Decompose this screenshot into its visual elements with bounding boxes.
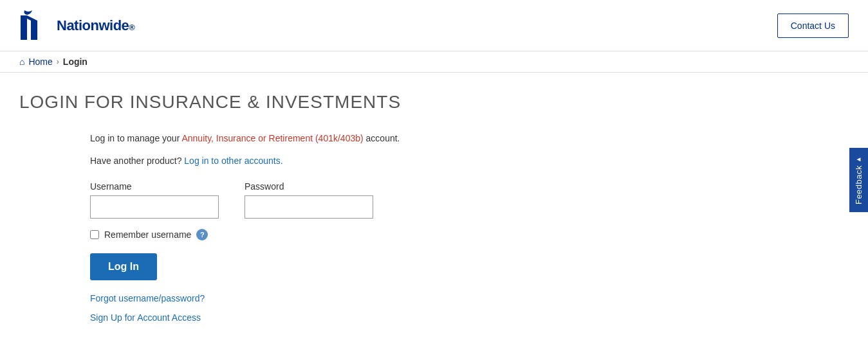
breadcrumb-separator: ›: [57, 57, 59, 66]
svg-rect-0: [21, 15, 27, 40]
breadcrumb: ⌂ Home › Login: [0, 51, 868, 73]
username-input[interactable]: [90, 195, 219, 219]
contact-us-button[interactable]: Contact Us: [777, 14, 849, 38]
feedback-arrow-icon: ◄: [856, 156, 862, 163]
header: Nationwide® Contact Us: [0, 0, 868, 51]
username-label: Username: [90, 181, 219, 192]
intro-before: Log in to manage your: [90, 133, 181, 143]
breadcrumb-current: Login: [63, 57, 88, 67]
intro-after: account.: [364, 133, 400, 143]
annuity-insurance-link[interactable]: Annuity, Insurance or Retirement (401k/4…: [181, 133, 363, 143]
nationwide-logo-icon: [19, 9, 50, 42]
login-button[interactable]: Log In: [90, 253, 157, 280]
remember-label: Remember username: [104, 230, 191, 240]
page-title: LOGIN FOR INSURANCE & INVESTMENTS: [19, 92, 849, 113]
username-group: Username: [90, 181, 219, 219]
intro-text: Log in to manage your Annuity, Insurance…: [90, 132, 849, 145]
password-input[interactable]: [245, 195, 373, 219]
help-icon[interactable]: ?: [196, 229, 208, 240]
other-accounts-before: Have another product?: [90, 156, 184, 166]
logo-area: Nationwide®: [19, 9, 134, 42]
svg-rect-1: [31, 21, 37, 40]
login-section: Log in to manage your Annuity, Insurance…: [90, 132, 849, 323]
remember-checkbox[interactable]: [90, 230, 99, 239]
other-accounts-link[interactable]: Log in to other accounts.: [184, 156, 282, 166]
feedback-tab[interactable]: ◄ Feedback: [849, 148, 868, 212]
breadcrumb-home-link[interactable]: Home: [28, 57, 52, 67]
password-label: Password: [245, 181, 373, 192]
password-group: Password: [245, 181, 373, 219]
logo-text: Nationwide®: [57, 17, 134, 34]
home-icon: ⌂: [19, 57, 24, 67]
remember-row: Remember username ?: [90, 229, 849, 240]
main-content: LOGIN FOR INSURANCE & INVESTMENTS Log in…: [0, 73, 868, 360]
other-accounts-text: Have another product? Log in to other ac…: [90, 156, 849, 166]
feedback-label: Feedback: [854, 165, 863, 204]
forgot-link[interactable]: Forgot username/password?: [90, 293, 849, 303]
signup-link[interactable]: Sign Up for Account Access: [90, 312, 849, 323]
credentials-row: Username Password: [90, 181, 849, 219]
